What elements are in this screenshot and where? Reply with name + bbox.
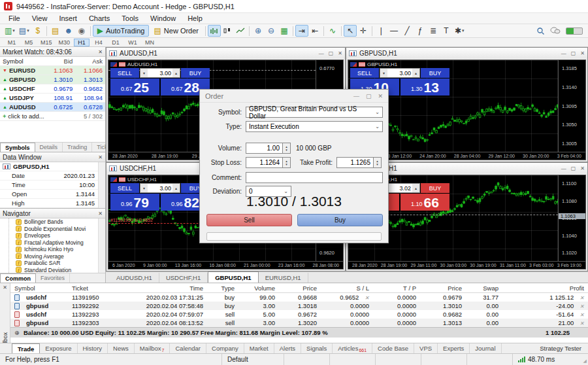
- timeframe-h1[interactable]: H1: [74, 39, 90, 46]
- sell-button[interactable]: Sell: [206, 214, 292, 226]
- menu-view[interactable]: View: [26, 14, 54, 23]
- close-icon[interactable]: ✕: [98, 211, 103, 217]
- market-watch-add-symbol-row[interactable]: +click to add... 5 / 302: [0, 112, 105, 121]
- time-axis[interactable]: 28 Jan 2020 28 Jan 19:00 29 Jan 11:00 30…: [348, 261, 585, 269]
- auto-scroll-button[interactable]: ⇥: [295, 25, 308, 37]
- position-row[interactable]: usdchf 11391950 2020.02.03 17:31:25 buy …: [10, 293, 588, 302]
- trade-table-header[interactable]: Symbol Ticket Time Type Volume Price S /…: [10, 283, 588, 293]
- sell-price-box[interactable]: 0.9679: [110, 194, 159, 211]
- line-chart-mode-button[interactable]: [234, 25, 247, 37]
- new-chart-button[interactable]: ▥▾: [3, 25, 17, 37]
- lot-size-value[interactable]: 3.00: [148, 184, 172, 192]
- status-profile[interactable]: Default: [222, 354, 284, 365]
- maximize-icon[interactable]: ▢: [329, 50, 334, 56]
- order-dialog-titlebar[interactable]: Order — ▢ ✕: [200, 90, 388, 103]
- buy-button[interactable]: Buy: [297, 214, 383, 226]
- menu-window[interactable]: Window: [144, 14, 182, 23]
- navigator-item-dema[interactable]: fDouble Exponential Movi: [16, 226, 98, 233]
- chart-tab-gbpusd[interactable]: GBPUSD,H1: [208, 271, 258, 283]
- market-watch-row-usdchf[interactable]: ▲USDCHF 0.9679 0.9682: [0, 84, 105, 94]
- order-dialog[interactable]: Order — ▢ ✕ Symbol: GBPUSD, Great Britai…: [199, 89, 389, 243]
- close-icon[interactable]: ✕: [3, 285, 7, 290]
- text-tool-button[interactable]: T: [440, 25, 453, 37]
- position-row[interactable]: gbpusd 11392292 2020.02.04 07:58:48 buy …: [10, 302, 588, 310]
- position-row[interactable]: gbpusd 11392303 2020.02.04 08:13:52 sell…: [10, 319, 588, 327]
- quick-buy-button[interactable]: BUY: [421, 183, 449, 193]
- zoom-in-button[interactable]: ⊕: [252, 25, 265, 37]
- tab-details[interactable]: Details: [35, 143, 63, 152]
- navigator-item-ichimoku[interactable]: fIchimoku Kinko Hyo: [16, 246, 98, 253]
- navigator-scrollbar[interactable]: [98, 218, 105, 273]
- crosshair-tool-button[interactable]: ✛: [357, 25, 370, 37]
- lot-increase-icon[interactable]: ▴: [172, 69, 180, 77]
- tab-market[interactable]: Market: [244, 343, 274, 353]
- tab-favorites[interactable]: Favorites: [36, 273, 70, 283]
- buy-price-box[interactable]: 1.3013: [400, 78, 449, 96]
- zoom-out-button[interactable]: ⊖: [265, 25, 278, 37]
- close-icon[interactable]: ✕: [580, 50, 585, 56]
- tab-trade[interactable]: Trade: [12, 343, 40, 353]
- minimize-icon[interactable]: —: [561, 165, 566, 171]
- tab-experts[interactable]: Experts: [438, 343, 470, 353]
- timeframe-m1[interactable]: M1: [4, 39, 20, 46]
- maximize-icon[interactable]: ▢: [571, 165, 576, 171]
- shapes-tool-button[interactable]: ✱▾: [453, 25, 466, 37]
- quick-buy-button[interactable]: BUY: [181, 68, 210, 78]
- timeframe-h4[interactable]: H4: [91, 39, 106, 46]
- resize-grip[interactable]: ◢: [581, 354, 588, 365]
- close-position-icon[interactable]: ✕: [580, 295, 584, 301]
- take-profit-spinner[interactable]: ▴▾: [374, 157, 382, 168]
- channel-tool-button[interactable]: ≣: [427, 25, 440, 37]
- price-axis[interactable]: 1.3185 1.3140 1.3095 1.3050 1.3005: [558, 60, 585, 152]
- lot-size-stepper[interactable]: ▾3.00▴: [380, 68, 420, 78]
- navigator-item-envelopes[interactable]: fEnvelopes: [16, 232, 98, 239]
- close-position-icon[interactable]: ✕: [580, 304, 584, 309]
- close-icon[interactable]: ✕: [98, 154, 103, 160]
- lot-decrease-icon[interactable]: ▾: [380, 69, 387, 77]
- close-icon[interactable]: ✕: [338, 50, 342, 56]
- strategy-tester-toggle[interactable]: Strategy Tester: [540, 343, 588, 353]
- tab-vps[interactable]: VPS: [414, 343, 438, 353]
- shapes-dropdown-icon[interactable]: ▾: [462, 28, 465, 33]
- tab-exposure[interactable]: Exposure: [40, 343, 77, 353]
- lot-decrease-icon[interactable]: ▾: [140, 184, 148, 192]
- tab-history[interactable]: History: [78, 343, 108, 353]
- remove-sl-icon[interactable]: ✕: [365, 295, 369, 301]
- chart-tab-usdchf[interactable]: USDCHF,H1: [159, 273, 208, 283]
- tab-code-base[interactable]: Code Base: [372, 343, 414, 353]
- new-chart-dropdown-icon[interactable]: ▾: [12, 28, 15, 33]
- profiles-button[interactable]: ▤▾: [17, 25, 31, 37]
- tab-common[interactable]: Common: [0, 273, 36, 283]
- navigator-item-frama[interactable]: fFractal Adaptive Moving: [16, 239, 98, 247]
- lot-size-value[interactable]: 3.02: [387, 184, 412, 192]
- timeframe-m5[interactable]: M5: [21, 39, 37, 46]
- lot-size-value[interactable]: 3.00: [148, 69, 172, 77]
- menu-tools[interactable]: Tools: [116, 14, 144, 23]
- navigator-item-bollinger-bands[interactable]: fBollinger Bands: [16, 218, 98, 226]
- chart-tab-eurusd[interactable]: EURUSD,H1: [259, 273, 308, 283]
- stop-loss-input[interactable]: 1.1264: [246, 157, 283, 168]
- comment-input[interactable]: [246, 172, 383, 183]
- tab-signals[interactable]: Signals: [301, 343, 333, 353]
- data-folder-button[interactable]: $: [31, 25, 44, 37]
- quick-sell-button[interactable]: SELL: [110, 183, 139, 193]
- tab-company[interactable]: Company: [206, 343, 244, 353]
- close-position-icon[interactable]: ✕: [580, 312, 584, 318]
- market-watch-column-header[interactable]: Symbol Bid Ask: [0, 57, 105, 66]
- candlestick-mode-button[interactable]: [221, 25, 234, 37]
- quick-sell-button[interactable]: SELL: [110, 68, 139, 78]
- new-order-button[interactable]: ▤New Order: [149, 25, 203, 37]
- price-axis[interactable]: 1.1100 1.1080 1.1060 1.1040 1.1020 1.106…: [558, 175, 585, 261]
- tab-journal[interactable]: Journal: [470, 343, 501, 353]
- take-profit-input[interactable]: 1.1265: [336, 157, 374, 168]
- navigator-item-standard-deviation[interactable]: fStandard Deviation: [16, 267, 98, 273]
- tab-articles[interactable]: Articles661: [333, 343, 372, 353]
- tab-news[interactable]: News: [108, 343, 135, 353]
- profiles-dropdown-icon[interactable]: ▾: [27, 28, 29, 33]
- menu-help[interactable]: Help: [182, 14, 208, 23]
- menu-insert[interactable]: Insert: [53, 14, 83, 23]
- stop-loss-spinner[interactable]: ▴▾: [283, 157, 291, 168]
- tab-mailbox[interactable]: Mailbox7: [135, 343, 171, 353]
- market-watch-row-audusd[interactable]: ▲AUDUSD 0.6725 0.6728: [0, 103, 105, 112]
- tab-symbols[interactable]: Symbols: [0, 143, 35, 152]
